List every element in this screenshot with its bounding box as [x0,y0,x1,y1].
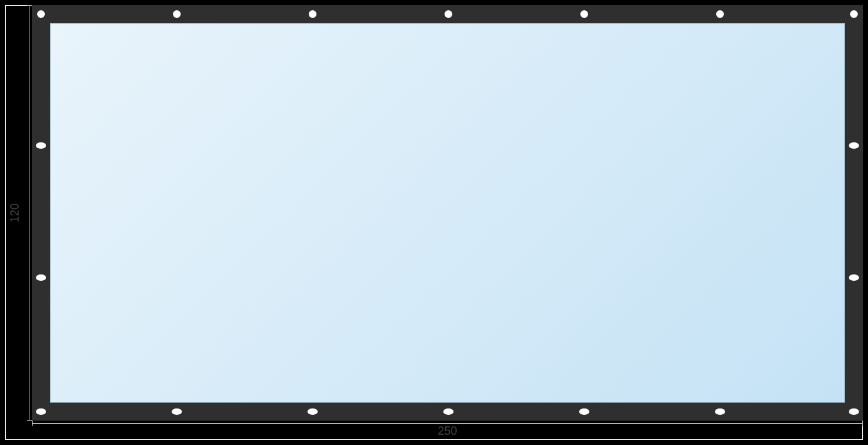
grommet-icon [580,10,588,18]
grommet-icon [849,274,859,281]
grommet-icon [172,408,182,415]
dimension-line-icon [29,5,29,421]
grommet-icon [307,408,318,415]
grommet-icon [579,408,589,415]
dimension-tick-icon [27,5,32,6]
dimension-tick-icon [27,420,32,421]
grommet-icon [36,408,46,415]
grommet-icon [36,274,46,281]
grommet-icon [716,10,724,18]
tarp-frame [32,5,863,421]
diagram-stage: 250 120 [0,0,868,445]
grommet-icon [715,408,725,415]
grommet-icon [445,10,452,18]
grommet-icon [849,142,859,149]
grommet-icon [850,10,858,18]
grommet-icon [849,408,859,415]
dimension-height-label: 120 [8,203,22,222]
dimension-line-icon [32,423,863,424]
grommet-icon [443,408,454,415]
grommet-icon [36,142,46,149]
dimension-width-label: 250 [32,424,863,438]
grommet-icon [173,10,181,18]
tarp-body [50,23,845,403]
grommet-icon [309,10,316,18]
dimension-height: 120 [5,5,32,421]
grommet-icon [37,10,45,18]
dimension-width: 250 [32,421,863,440]
